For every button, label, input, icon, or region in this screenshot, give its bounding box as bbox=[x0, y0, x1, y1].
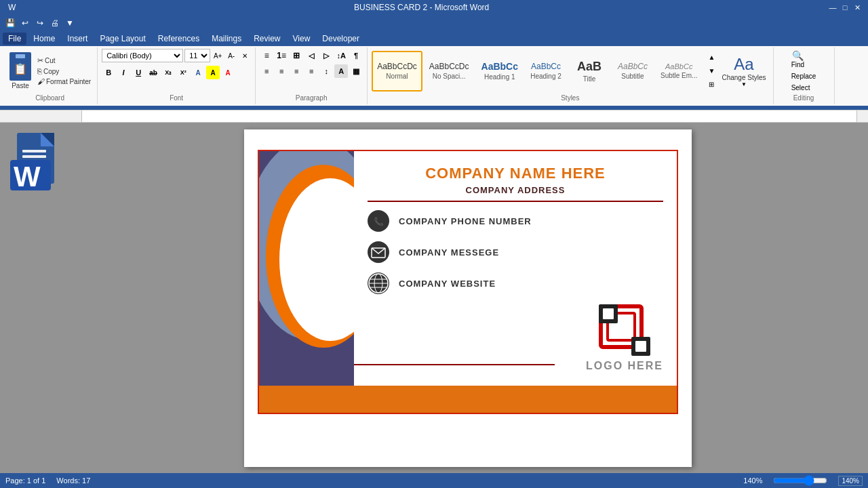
menu-mailings[interactable]: Mailings bbox=[206, 33, 247, 45]
card-left-decoration bbox=[259, 151, 354, 413]
menu-home[interactable]: Home bbox=[28, 33, 60, 45]
decrease-font-button[interactable]: A- bbox=[225, 49, 237, 62]
close-button[interactable]: ✕ bbox=[852, 3, 863, 12]
change-styles-button[interactable]: Aa Change Styles ▼ bbox=[719, 52, 768, 90]
font-size-select[interactable]: 11 bbox=[184, 49, 210, 62]
align-center-button[interactable]: ≡ bbox=[275, 64, 288, 78]
bullets-button[interactable]: ≡ bbox=[260, 49, 273, 62]
card-bottom-bar bbox=[259, 386, 677, 413]
style-normal[interactable]: AaBbCcDc Normal bbox=[372, 51, 422, 92]
align-right-button[interactable]: ≡ bbox=[290, 64, 303, 78]
ruler bbox=[0, 110, 868, 123]
increase-indent-button[interactable]: ▷ bbox=[319, 49, 333, 62]
menu-references[interactable]: References bbox=[153, 33, 205, 45]
right-margin bbox=[854, 123, 868, 474]
style-heading2[interactable]: AaBbCc Heading 2 bbox=[525, 51, 567, 92]
sort-button[interactable]: ↕A bbox=[334, 49, 348, 62]
replace-button[interactable]: Replace bbox=[787, 71, 821, 81]
style-title[interactable]: AaB Title bbox=[568, 51, 610, 92]
phone-text: COMPANY PHONE NUMBER bbox=[399, 216, 532, 226]
left-panel: W bbox=[0, 123, 81, 474]
highlight-button[interactable]: A bbox=[206, 66, 220, 79]
paste-button[interactable]: 📋 Paste bbox=[7, 51, 34, 91]
font-group: Calibri (Body) 11 A+ A- ✕ B I U ab X₂ X² bbox=[98, 47, 256, 104]
card-divider-line bbox=[354, 364, 555, 365]
subscript-button[interactable]: X₂ bbox=[161, 66, 175, 79]
qat-print-button[interactable]: 🖨 bbox=[49, 17, 61, 29]
superscript-button[interactable]: X² bbox=[176, 66, 190, 79]
menu-review[interactable]: Review bbox=[248, 33, 285, 45]
menu-developer[interactable]: Developer bbox=[317, 33, 365, 45]
qat-undo-button[interactable]: ↩ bbox=[19, 17, 31, 29]
italic-button[interactable]: I bbox=[117, 66, 130, 79]
styles-label: Styles bbox=[561, 93, 579, 103]
numbering-button[interactable]: 1≡ bbox=[275, 49, 288, 62]
document-area[interactable]: W COMPANY NAME HERE COMPANY ADDRESS bbox=[0, 123, 868, 474]
zoom-slider[interactable] bbox=[773, 476, 827, 485]
company-address: COMPANY ADDRESS bbox=[368, 185, 663, 202]
borders-button[interactable]: ▦ bbox=[349, 64, 363, 78]
select-button[interactable]: Select bbox=[787, 83, 814, 93]
svg-rect-25 bbox=[635, 341, 646, 352]
styles-group: AaBbCcDc Normal AaBbCcDc No Spaci... AaB… bbox=[368, 47, 773, 104]
qat-redo-button[interactable]: ↪ bbox=[34, 17, 46, 29]
menu-page-layout[interactable]: Page Layout bbox=[94, 33, 151, 45]
align-left-button[interactable]: ≡ bbox=[260, 64, 273, 78]
line-spacing-button[interactable]: ↕ bbox=[319, 64, 333, 78]
qat-more-button[interactable]: ▼ bbox=[64, 17, 76, 29]
font-family-select[interactable]: Calibri (Body) bbox=[102, 49, 183, 62]
find-button[interactable]: 🔍 Find bbox=[787, 49, 808, 70]
format-painter-button[interactable]: 🖌 Format Painter bbox=[35, 77, 93, 86]
word-count: Words: 17 bbox=[56, 476, 90, 485]
svg-rect-23 bbox=[603, 308, 614, 319]
copy-button[interactable]: ⎘ Copy bbox=[35, 66, 93, 76]
svg-rect-4 bbox=[22, 150, 46, 152]
qat-save-button[interactable]: 💾 bbox=[4, 17, 16, 29]
ribbon: 📋 Paste ✂ Cut ⎘ Copy 🖌 Format Pa bbox=[0, 46, 868, 110]
clear-format-button[interactable]: ✕ bbox=[239, 49, 251, 62]
title-bar: W BUSINESS CARD 2 - Microsoft Word — □ ✕ bbox=[0, 0, 868, 15]
logo-text: LOGO HERE bbox=[586, 360, 663, 372]
website-icon bbox=[368, 272, 389, 294]
increase-font-button[interactable]: A+ bbox=[212, 49, 224, 62]
minimize-button[interactable]: — bbox=[827, 3, 838, 12]
strikethrough-button[interactable]: ab bbox=[146, 66, 160, 79]
menu-file[interactable]: File bbox=[3, 33, 26, 45]
zoom-button[interactable]: 140% bbox=[838, 476, 863, 486]
editing-label: Editing bbox=[793, 93, 814, 103]
underline-button[interactable]: U bbox=[132, 66, 145, 79]
contact-phone-row: 📞 COMPANY PHONE NUMBER bbox=[368, 210, 663, 232]
bold-button[interactable]: B bbox=[102, 66, 115, 79]
justify-button[interactable]: ≡ bbox=[304, 64, 318, 78]
contact-website-row: COMPANY WEBSITE bbox=[368, 272, 663, 294]
styles-scroll-down[interactable]: ▼ bbox=[705, 65, 717, 77]
styles-expand[interactable]: ⊞ bbox=[705, 79, 717, 91]
shading-button[interactable]: A bbox=[334, 64, 348, 78]
style-no-spacing[interactable]: AaBbCcDc No Spaci... bbox=[424, 51, 475, 92]
menu-insert[interactable]: Insert bbox=[62, 33, 93, 45]
text-effects-button[interactable]: A bbox=[191, 66, 205, 79]
message-text: COMPANY MESSEGE bbox=[399, 247, 499, 258]
style-subtle-em[interactable]: AaBbCc Subtle Em... bbox=[655, 51, 703, 92]
font-color-button[interactable]: A bbox=[221, 66, 235, 79]
menu-view[interactable]: View bbox=[288, 33, 316, 45]
font-label: Font bbox=[170, 93, 183, 103]
cut-button[interactable]: ✂ Cut bbox=[35, 56, 93, 66]
window-title: BUSINESS CARD 2 - Microsoft Word bbox=[16, 3, 827, 12]
clipboard-small-buttons: ✂ Cut ⎘ Copy 🖌 Format Painter bbox=[35, 56, 93, 86]
svg-text:📞: 📞 bbox=[374, 216, 384, 226]
editing-group: 🔍 Find Replace Select Editing bbox=[774, 47, 835, 104]
styles-scroll-up[interactable]: ▲ bbox=[705, 52, 717, 64]
ruler-inner bbox=[81, 110, 857, 122]
logo-graphic bbox=[597, 303, 652, 357]
decrease-indent-button[interactable]: ◁ bbox=[304, 49, 318, 62]
style-heading1[interactable]: AaBbCc Heading 1 bbox=[476, 51, 524, 92]
maximize-button[interactable]: □ bbox=[840, 3, 850, 12]
multilevel-button[interactable]: ⊞ bbox=[290, 49, 303, 62]
paragraph-group: ≡ 1≡ ⊞ ◁ ▷ ↕A ¶ ≡ ≡ ≡ ≡ ↕ A ▦ bbox=[256, 47, 368, 104]
show-hide-button[interactable]: ¶ bbox=[349, 49, 363, 62]
ribbon-bottom-border bbox=[0, 106, 868, 110]
window-controls: — □ ✕ bbox=[827, 3, 863, 12]
word-logo: W bbox=[10, 129, 71, 190]
style-subtitle[interactable]: AaBbCc Subtitle bbox=[612, 51, 654, 92]
